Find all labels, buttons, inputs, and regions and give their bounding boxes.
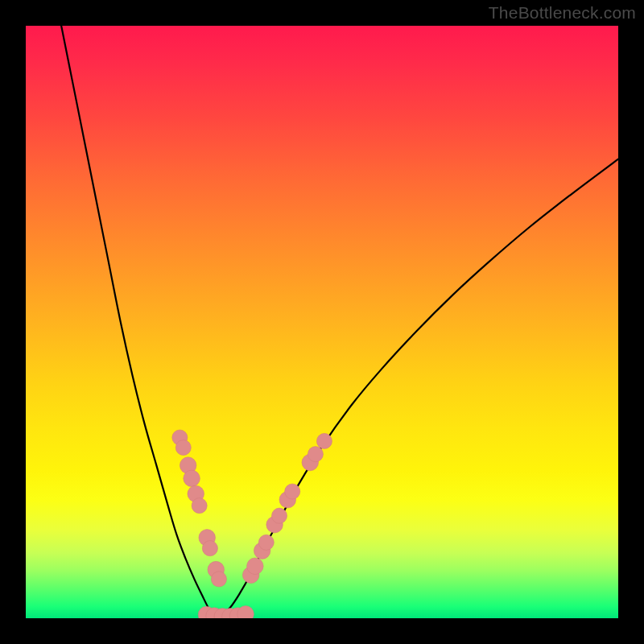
outer-frame: TheBottleneck.com xyxy=(0,0,644,644)
data-marker xyxy=(285,484,300,499)
data-marker xyxy=(202,541,217,556)
data-marker xyxy=(316,433,332,448)
data-marker xyxy=(308,447,323,462)
chart-svg xyxy=(26,26,618,618)
data-marker xyxy=(192,498,207,514)
markers-group xyxy=(172,430,332,618)
plot-area xyxy=(26,26,618,618)
data-marker xyxy=(247,558,264,575)
right-branch-curve xyxy=(217,159,618,618)
data-marker xyxy=(271,508,287,523)
data-marker xyxy=(211,572,226,587)
watermark-text: TheBottleneck.com xyxy=(489,3,636,23)
data-marker xyxy=(258,535,274,550)
left-branch-curve xyxy=(61,26,217,617)
data-marker xyxy=(184,470,200,487)
data-marker xyxy=(175,440,191,455)
